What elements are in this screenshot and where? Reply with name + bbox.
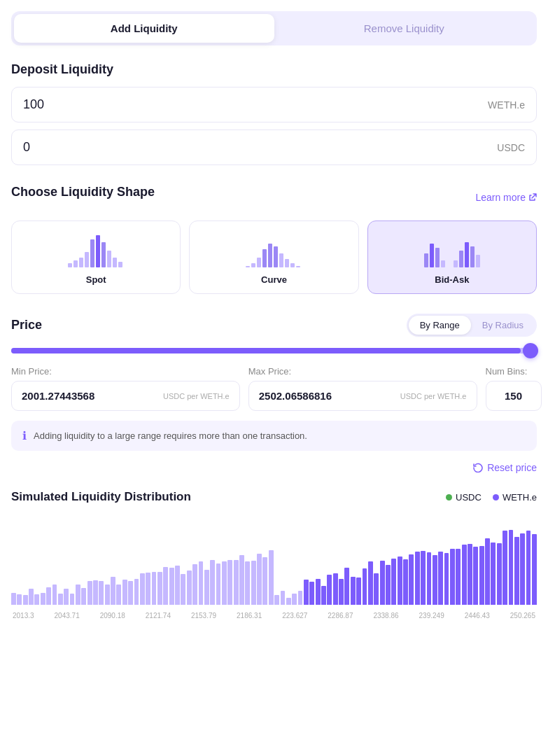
add-liquidity-tab[interactable]: Add Liquidity bbox=[14, 14, 274, 43]
svg-rect-12 bbox=[257, 258, 261, 267]
slider-thumb[interactable] bbox=[523, 343, 538, 358]
bid-ask-icon bbox=[424, 232, 480, 267]
bar bbox=[356, 578, 361, 605]
price-slider[interactable] bbox=[11, 348, 537, 354]
num-bins-group: Num Bins: bbox=[486, 366, 542, 411]
bar bbox=[491, 542, 496, 605]
bar bbox=[105, 584, 110, 605]
min-price-input[interactable] bbox=[22, 390, 157, 402]
spot-shape-card[interactable]: Spot bbox=[11, 220, 181, 294]
svg-rect-28 bbox=[476, 255, 480, 267]
bar bbox=[199, 561, 204, 605]
weth-input[interactable] bbox=[23, 97, 488, 112]
remove-liquidity-tab[interactable]: Remove Liquidity bbox=[274, 14, 535, 43]
svg-rect-14 bbox=[268, 244, 272, 267]
learn-more-link[interactable]: Learn more bbox=[475, 192, 537, 203]
bar bbox=[514, 537, 519, 605]
bar bbox=[497, 543, 502, 605]
bar bbox=[532, 534, 537, 605]
svg-rect-20 bbox=[424, 253, 428, 267]
bar bbox=[415, 552, 420, 606]
bar bbox=[450, 549, 455, 605]
spot-icon bbox=[68, 232, 124, 267]
min-price-label: Min Price: bbox=[11, 366, 240, 377]
bar bbox=[286, 598, 291, 605]
bar bbox=[234, 560, 239, 605]
by-range-btn[interactable]: By Range bbox=[409, 316, 471, 335]
bar bbox=[281, 591, 286, 605]
reset-price-button[interactable]: Reset price bbox=[473, 462, 537, 473]
bar bbox=[479, 546, 484, 605]
bar bbox=[34, 594, 39, 605]
svg-rect-0 bbox=[68, 263, 72, 267]
min-price-unit: USDC per WETH.e bbox=[163, 392, 230, 400]
bar bbox=[462, 545, 467, 605]
x-axis-labels: 2013.32043.712090.182121.742153.792186.3… bbox=[11, 612, 537, 620]
bar bbox=[251, 561, 256, 605]
bar bbox=[403, 559, 408, 605]
svg-rect-10 bbox=[246, 266, 250, 267]
svg-rect-18 bbox=[290, 263, 295, 267]
bar bbox=[368, 561, 373, 605]
bar bbox=[421, 551, 426, 605]
bar bbox=[344, 568, 349, 605]
bar bbox=[274, 595, 279, 605]
curve-shape-card[interactable]: Curve bbox=[189, 220, 358, 294]
usdc-input[interactable] bbox=[23, 140, 497, 155]
bar bbox=[52, 584, 57, 605]
svg-rect-17 bbox=[285, 259, 289, 267]
reset-icon bbox=[473, 463, 483, 472]
tab-switcher: Add Liquidity Remove Liquidity bbox=[11, 11, 537, 46]
bar bbox=[363, 568, 367, 605]
bar bbox=[321, 586, 326, 605]
num-bins-input[interactable] bbox=[496, 390, 531, 402]
bid-ask-chart-icon bbox=[424, 232, 480, 267]
svg-rect-9 bbox=[118, 262, 122, 267]
external-link-icon bbox=[528, 193, 537, 202]
chart-title: Simulated Liquidity Distribution bbox=[11, 490, 191, 504]
svg-rect-2 bbox=[79, 258, 83, 267]
svg-rect-3 bbox=[85, 252, 89, 267]
by-radius-btn[interactable]: By Radius bbox=[471, 316, 535, 335]
bar bbox=[157, 572, 162, 605]
bar bbox=[438, 552, 443, 605]
bar bbox=[269, 550, 274, 605]
x-axis-label: 2153.79 bbox=[191, 612, 216, 620]
usdc-input-row: USDC bbox=[11, 130, 537, 165]
bar bbox=[374, 573, 379, 605]
curve-icon bbox=[246, 232, 302, 267]
bar bbox=[409, 554, 414, 605]
bar bbox=[485, 538, 490, 605]
max-price-input[interactable] bbox=[259, 390, 395, 402]
svg-rect-22 bbox=[435, 248, 440, 267]
bar bbox=[292, 594, 297, 605]
bar bbox=[146, 573, 150, 605]
usdc-token-label: USDC bbox=[497, 142, 525, 153]
max-price-unit: USDC per WETH.e bbox=[400, 392, 467, 400]
learn-more-label: Learn more bbox=[475, 192, 526, 203]
bar bbox=[41, 593, 45, 605]
max-price-box: USDC per WETH.e bbox=[248, 381, 477, 411]
bar bbox=[391, 559, 396, 605]
bar bbox=[23, 595, 28, 605]
bar bbox=[187, 570, 192, 605]
svg-rect-27 bbox=[470, 246, 475, 267]
spot-label: Spot bbox=[86, 274, 106, 285]
bar bbox=[99, 581, 104, 605]
x-axis-label: 239.249 bbox=[419, 612, 444, 620]
x-axis-label: 2186.31 bbox=[237, 612, 262, 620]
deposit-section: Deposit Liquidity WETH.e USDC bbox=[11, 62, 537, 165]
bar bbox=[339, 579, 344, 605]
bar bbox=[128, 581, 133, 605]
x-axis-label: 2013.3 bbox=[13, 612, 34, 620]
bid-ask-shape-card[interactable]: Bid-Ask bbox=[367, 220, 537, 294]
bid-ask-label: Bid-Ask bbox=[435, 274, 469, 285]
bar bbox=[11, 593, 16, 605]
bar bbox=[398, 556, 402, 605]
usdc-dot bbox=[446, 494, 452, 500]
bar bbox=[257, 554, 262, 605]
price-section: Price By Range By Radius Min Price: USDC… bbox=[11, 314, 537, 473]
x-axis-label: 223.627 bbox=[282, 612, 307, 620]
shape-header: Choose Liquidity Shape Learn more bbox=[11, 185, 537, 209]
weth-legend-item: WETH.e bbox=[493, 492, 537, 503]
